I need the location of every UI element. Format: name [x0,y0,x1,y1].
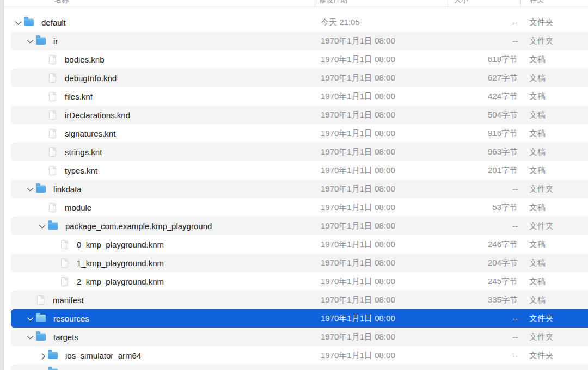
table-row[interactable]: manifest1970年1月1日 08:00335字节文稿 [0,291,588,309]
name-cell: ios_simulator_arm64 [0,346,141,365]
file-name-label: debugInfo.knd [65,73,117,83]
table-row[interactable]: files.knf1970年1月1日 08:00424字节文稿 [0,87,588,106]
folder-icon [36,314,46,322]
name-cell: module [0,198,91,217]
table-row[interactable]: linkdata1970年1月1日 08:00--文件夹 [0,180,588,198]
row-content: default [0,13,588,32]
table-row[interactable]: ios_simulator_arm641970年1月1日 08:00--文件夹 [0,346,588,365]
row-content: module [0,198,588,217]
row-content: bodies.knb [0,50,588,69]
file-name-label: ir [53,36,58,46]
table-row[interactable]: module1970年1月1日 08:0053字节文稿 [0,198,588,217]
table-row[interactable]: signatures.knt1970年1月1日 08:00916字节文稿 [0,124,588,143]
file-name-label: linkdata [53,184,82,194]
name-cell: files.knf [0,87,93,106]
name-cell: debugInfo.knd [0,69,117,87]
chevron-down-icon[interactable] [27,36,34,44]
row-content: 0_kmp_playground.knm [0,235,588,254]
chevron-right-icon[interactable] [39,353,46,360]
document-icon [49,110,56,120]
table-row[interactable] [0,365,588,370]
column-separator[interactable] [520,0,521,7]
document-icon [49,92,56,101]
name-cell: 1_kmp_playground.knm [0,254,164,272]
file-name-label: strings.knt [65,147,102,157]
row-content: debugInfo.knd [0,69,588,87]
table-row[interactable]: types.knt1970年1月1日 08:00201字节文稿 [0,161,588,180]
row-content: ir [0,32,588,50]
column-header-kind[interactable]: 种类 [530,0,544,5]
name-cell: 0_kmp_playground.knm [0,235,164,254]
name-cell: 2_kmp_playground.knm [0,272,164,291]
row-content: 1_kmp_playground.knm [0,254,588,272]
name-cell: resources [0,309,89,328]
file-list: default今天 21:05--文件夹ir1970年1月1日 08:00--文… [0,13,588,370]
file-name-label: ios_simulator_arm64 [65,351,141,360]
name-cell: types.knt [0,161,97,180]
row-content: irDeclarations.knd [0,106,588,124]
chevron-down-icon[interactable] [15,18,22,25]
row-content: strings.knt [0,143,588,161]
name-cell: irDeclarations.knd [0,106,130,124]
table-row[interactable]: strings.knt1970年1月1日 08:00963字节文稿 [0,143,588,161]
file-name-label: bodies.knb [65,55,105,64]
folder-icon [36,37,46,45]
row-content: linkdata [0,180,588,198]
row-content: package_com.example.kmp_playground [0,217,588,235]
folder-icon [48,222,58,230]
folder-icon [36,185,46,193]
chevron-down-icon[interactable] [27,332,34,340]
table-row[interactable]: irDeclarations.knd1970年1月1日 08:00504字节文稿 [0,106,588,124]
column-header-date[interactable]: 修改日期 [319,0,347,5]
table-row[interactable]: ir1970年1月1日 08:00--文件夹 [0,32,588,50]
name-cell: package_com.example.kmp_playground [0,217,212,235]
table-row[interactable]: bodies.knb1970年1月1日 08:00618字节文稿 [0,50,588,69]
column-header-size[interactable]: 大小 [454,0,468,5]
document-icon [49,129,56,138]
name-cell: strings.knt [0,143,102,161]
disclosure-slot [24,39,36,44]
chevron-down-icon[interactable] [27,314,34,321]
disclosure-slot [24,316,36,321]
name-cell: manifest [0,291,84,309]
document-icon [61,277,68,286]
name-cell: bodies.knb [0,50,105,69]
file-name-label: irDeclarations.knd [65,110,130,120]
column-separator[interactable] [315,0,315,7]
disclosure-slot [36,224,48,229]
file-name-label: signatures.knt [65,129,115,138]
file-name-label: package_com.example.kmp_playground [65,221,212,231]
table-row[interactable]: default今天 21:05--文件夹 [0,13,588,32]
document-icon [49,73,56,83]
row-content: files.knf [0,87,588,106]
table-row[interactable]: package_com.example.kmp_playground1970年1… [0,217,588,235]
row-content: resources [0,309,588,328]
table-row[interactable]: resources1970年1月1日 08:00--文件夹 [0,309,588,328]
row-content: signatures.knt [0,124,588,143]
chevron-down-icon[interactable] [27,184,34,192]
name-cell: linkdata [0,180,82,198]
row-content: targets [0,328,588,346]
row-content: types.knt [0,161,588,180]
document-icon [61,240,68,249]
file-name-label: types.knt [65,166,97,175]
name-cell: default [0,13,66,32]
table-row[interactable]: 1_kmp_playground.knm1970年1月1日 08:00204字节… [0,254,588,272]
table-row[interactable]: debugInfo.knd1970年1月1日 08:00627字节文稿 [0,69,588,87]
file-name-label: module [65,203,91,212]
document-icon [37,295,44,305]
row-content: manifest [0,291,588,309]
disclosure-slot [24,335,36,340]
table-row[interactable]: 2_kmp_playground.knm1970年1月1日 08:00245字节… [0,272,588,291]
file-name-label: 0_kmp_playground.knm [77,240,164,249]
file-name-label: resources [53,314,89,323]
column-header-name[interactable]: 名称 [54,0,69,5]
folder-icon [24,18,34,26]
name-cell: ir [0,32,58,50]
document-icon [49,55,56,64]
table-row[interactable]: 0_kmp_playground.knm1970年1月1日 08:00246字节… [0,235,588,254]
table-row[interactable]: targets1970年1月1日 08:00--文件夹 [0,328,588,346]
row-content: ios_simulator_arm64 [0,346,588,365]
column-separator[interactable] [448,0,448,7]
chevron-down-icon[interactable] [39,221,46,229]
